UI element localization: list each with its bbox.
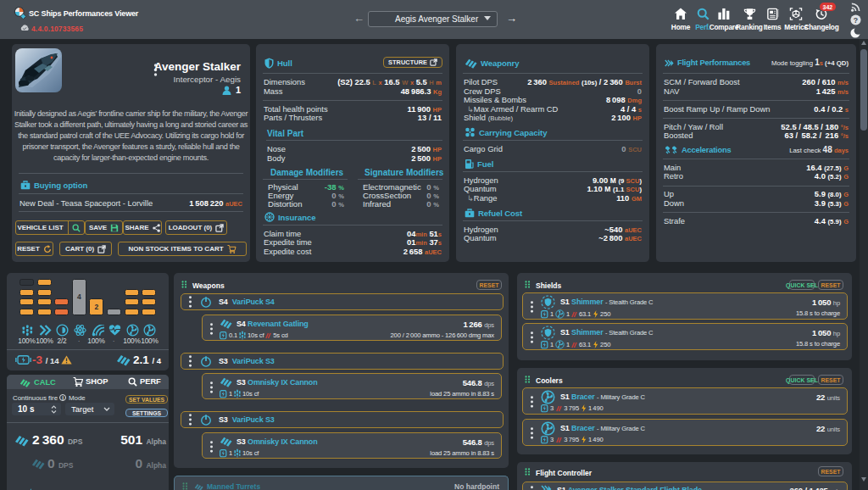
- svg-text:?: ?: [854, 16, 858, 25]
